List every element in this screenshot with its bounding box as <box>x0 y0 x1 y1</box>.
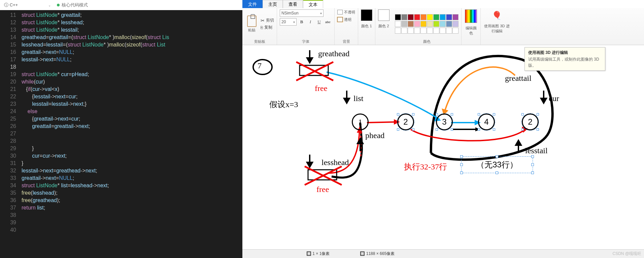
group-color1: 颜色 1 <box>358 8 375 45</box>
color-swatch[interactable] <box>427 14 433 20</box>
chevron-down-icon: ▾ <box>320 11 322 15</box>
group-edit-colors: 编辑颜色 <box>462 8 481 45</box>
color2-swatch[interactable] <box>378 9 389 21</box>
node-2: 2 <box>397 114 414 130</box>
color-swatch[interactable] <box>408 28 414 34</box>
tab-view[interactable]: 查看 <box>283 0 303 8</box>
color-swatch[interactable] <box>427 21 433 27</box>
language-selector[interactable]: ⓘ C++ ⌄ <box>4 2 51 8</box>
copy-button[interactable]: ⎘复制 <box>261 25 274 30</box>
color-swatch[interactable] <box>427 28 433 34</box>
group-clipboard: 粘贴 ✂剪切 ⎘复制 剪贴板 <box>242 8 277 45</box>
tooltip-title: 使用画图 3D 进行编辑 <box>528 50 602 56</box>
font-group-label: 字体 <box>302 38 309 44</box>
color-swatch[interactable] <box>452 28 459 34</box>
color-swatch[interactable] <box>395 14 401 20</box>
color-swatch[interactable] <box>440 14 446 20</box>
node-4: 4 <box>478 114 495 130</box>
color-swatch[interactable] <box>440 28 446 34</box>
tab-text[interactable]: 文本 <box>303 0 323 8</box>
color-swatch[interactable] <box>420 21 427 27</box>
color2-label: 颜色 2 <box>378 24 389 29</box>
color-swatch[interactable] <box>440 21 446 27</box>
paint-canvas[interactable]: 7 greathead free 假设x=3 list greattail cu… <box>242 45 644 249</box>
tooltip-body: 试用高级编辑工具，或制作此图像的 3D 版。 <box>528 56 602 68</box>
color-swatch[interactable] <box>408 21 414 27</box>
strike-button[interactable]: abc <box>324 18 332 26</box>
font-family-select[interactable]: NSimSun▾ <box>280 9 324 17</box>
paint3d-label: 使用画图 3D 进行编辑 <box>483 24 510 34</box>
status-size: 🔲 1188 × 665像素 <box>360 251 395 257</box>
color-swatch[interactable] <box>395 28 401 34</box>
label-list: list <box>353 94 363 103</box>
color-swatch[interactable] <box>401 21 407 27</box>
tab-home[interactable]: 主页 <box>263 0 283 8</box>
label-cur: cur <box>549 94 559 103</box>
cut-button[interactable]: ✂剪切 <box>261 18 274 23</box>
color-swatch[interactable] <box>414 28 420 34</box>
chevron-down-icon: ▾ <box>293 20 295 24</box>
clipboard-icon <box>247 15 257 27</box>
label-assume: 假设x=3 <box>269 99 298 110</box>
label-greattail: greattail <box>505 74 532 83</box>
transparent-option[interactable]: 透明 <box>337 17 351 22</box>
opaque-option[interactable]: 不透明 <box>337 9 355 15</box>
edit-colors-label: 编辑颜色 <box>464 26 478 36</box>
label-exec: 执行32-37行 <box>404 161 447 172</box>
ribbon: 粘贴 ✂剪切 ⎘复制 剪贴板 NSimSun▾ 20▾ B I U <box>242 8 644 45</box>
color-swatch[interactable] <box>395 21 401 27</box>
color-swatch[interactable] <box>420 14 427 20</box>
colors-group-label: 颜色 <box>423 38 431 44</box>
color-swatch[interactable] <box>433 14 439 20</box>
paint3d-icon[interactable]: 🎈 <box>491 9 503 22</box>
paste-label: 粘贴 <box>248 28 256 33</box>
text-input-box[interactable]: （无33行） <box>461 156 533 173</box>
paint-tabs: 文件 主页 查看 文本 <box>242 0 644 8</box>
node-5: 2 <box>522 114 539 130</box>
status-cursor: 🔲 1 × 1像素 <box>306 251 330 257</box>
group-background: 不透明 透明 背景 <box>335 8 358 45</box>
language-label: C++ <box>10 2 18 7</box>
color-swatch[interactable] <box>452 14 459 20</box>
color-swatch[interactable] <box>414 21 420 27</box>
node-1: 1 <box>352 114 369 130</box>
node-3: 3 <box>436 114 453 130</box>
code-editor[interactable]: 1112131415161718192021222324252627282930… <box>0 10 242 258</box>
color-swatch[interactable] <box>401 14 407 20</box>
status-bar: 🔲 1 × 1像素 🔲 1188 × 665像素 <box>242 249 644 258</box>
label-seven: 7 <box>258 61 262 70</box>
bold-button[interactable]: B <box>298 18 305 26</box>
code-area[interactable]: struct ListNode* greattail;struct ListNo… <box>20 10 242 258</box>
color-swatch[interactable] <box>401 28 407 34</box>
color1-label: 颜色 1 <box>361 24 372 29</box>
font-size-select[interactable]: 20▾ <box>280 18 297 26</box>
tab-file[interactable]: 文件 <box>242 0 263 8</box>
group-colors: 颜色 <box>392 8 462 45</box>
paste-button[interactable]: 粘贴 <box>245 15 259 33</box>
color-swatch[interactable] <box>446 28 452 34</box>
color-palette <box>395 14 459 34</box>
drawing-layer <box>242 45 644 247</box>
color-swatch[interactable] <box>420 28 427 34</box>
color-swatch[interactable] <box>452 21 459 27</box>
transparent-icon <box>337 17 343 22</box>
color-swatch[interactable] <box>433 21 439 27</box>
color-swatch[interactable] <box>433 28 439 34</box>
color1-swatch[interactable] <box>361 9 372 21</box>
group-color2: 颜色 2 <box>375 8 392 45</box>
mode-indicator-icon <box>57 4 60 6</box>
underline-button[interactable]: U <box>315 18 323 26</box>
label-lesshead: lesshead <box>321 158 349 167</box>
color-swatch[interactable] <box>408 14 414 20</box>
color-swatch[interactable] <box>446 14 452 20</box>
watermark: CSDN @嘎嘎旺 <box>612 251 641 257</box>
edit-colors-button[interactable] <box>465 9 477 23</box>
mode-label: 核心代码模式 <box>62 2 88 8</box>
color-swatch[interactable] <box>446 21 452 27</box>
label-free-bottom: free <box>316 185 329 194</box>
group-font: NSimSun▾ 20▾ B I U abc 字体 <box>277 8 335 45</box>
label-free-top: free <box>315 84 327 93</box>
color-swatch[interactable] <box>414 14 420 20</box>
italic-button[interactable]: I <box>307 18 314 26</box>
line-gutter: 1112131415161718192021222324252627282930… <box>0 10 20 258</box>
